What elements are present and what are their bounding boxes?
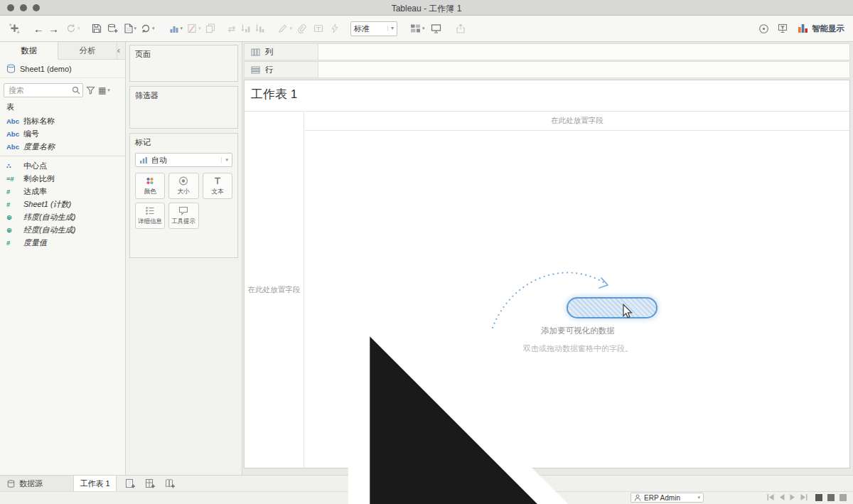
tab-analytics[interactable]: 分析 bbox=[58, 42, 117, 60]
show-sheet-sorter-toggle[interactable] bbox=[839, 494, 847, 501]
field-label: 经度(自动生成) bbox=[23, 225, 75, 235]
alerts-button[interactable] bbox=[757, 21, 771, 36]
tableau-logo-icon bbox=[9, 23, 21, 35]
field-label: 中心点 bbox=[23, 161, 47, 171]
worksheet-tab-label: 工作表 1 bbox=[80, 478, 109, 489]
duplicate-sheet-button[interactable] bbox=[204, 21, 217, 36]
field-row[interactable]: #度量值 bbox=[0, 236, 125, 249]
field-type-icon: # bbox=[6, 239, 23, 247]
search-input[interactable] bbox=[4, 84, 82, 97]
sort-ascending-button[interactable] bbox=[240, 21, 252, 36]
show-me-icon bbox=[798, 23, 808, 33]
save-button[interactable] bbox=[90, 21, 103, 36]
new-worksheet-button[interactable]: ▾ bbox=[122, 21, 139, 36]
database-icon bbox=[7, 480, 15, 488]
new-worksheet-tab-button[interactable] bbox=[122, 476, 139, 491]
field-row[interactable]: ⊕经度(自动生成) bbox=[0, 223, 125, 236]
caret-icon: ▾ bbox=[387, 26, 394, 31]
filters-shelf[interactable]: 筛选器 bbox=[129, 86, 238, 129]
view-options-button[interactable]: ▦ ▾ bbox=[98, 85, 110, 95]
columns-label-text: 列 bbox=[265, 47, 274, 58]
swap-icon: ⇄ bbox=[228, 23, 236, 34]
fields-list: Abc指标名称 Abc编号 Abc度量名称 ∴中心点 =#剩余比例 #达成率 #… bbox=[0, 114, 125, 249]
tab-datasource[interactable]: 数据源 bbox=[0, 476, 74, 491]
field-row[interactable]: Abc编号 bbox=[0, 127, 125, 140]
field-row[interactable]: =#剩余比例 bbox=[0, 172, 125, 185]
color-button[interactable]: 颜色 bbox=[135, 173, 165, 199]
presentation-icon bbox=[431, 23, 441, 33]
drop-zone-columns[interactable]: 在此处放置字段 bbox=[305, 111, 849, 131]
swap-axes-button[interactable]: ⇄ bbox=[227, 21, 237, 36]
share-icon bbox=[456, 23, 466, 33]
revert-button[interactable]: ▾ bbox=[65, 21, 82, 36]
sort-descending-button[interactable] bbox=[254, 21, 267, 36]
rows-shelf[interactable]: 行 bbox=[244, 61, 850, 78]
fit-select-value: 标准 bbox=[354, 23, 370, 34]
datasource-item[interactable]: Sheet1 (demo) bbox=[0, 60, 125, 78]
tab-data[interactable]: 数据 bbox=[0, 42, 58, 60]
field-row[interactable]: ∴中心点 bbox=[0, 159, 125, 172]
tooltip-icon bbox=[178, 206, 188, 215]
add-datasource-button[interactable] bbox=[106, 21, 119, 36]
field-row[interactable]: #Sheet1 (计数) bbox=[0, 198, 125, 210]
field-label: 指标名称 bbox=[23, 116, 55, 127]
highlight-button[interactable]: ▾ bbox=[277, 21, 294, 36]
fix-axes-button[interactable] bbox=[329, 21, 340, 36]
tableau-logo-button[interactable] bbox=[7, 21, 22, 37]
show-me-button[interactable]: 智能显示 bbox=[798, 23, 844, 34]
field-type-icon: ⊕ bbox=[6, 213, 23, 221]
undo-button[interactable]: ← bbox=[32, 21, 45, 36]
field-row[interactable]: #达成率 bbox=[0, 185, 125, 198]
tooltip-button[interactable]: 工具提示 bbox=[168, 203, 198, 229]
clear-sheet-button[interactable]: ▾ bbox=[186, 21, 203, 36]
redo-button[interactable]: → bbox=[47, 21, 60, 36]
filter-fields-icon[interactable] bbox=[86, 86, 95, 95]
sheet-title[interactable]: 工作表 1 bbox=[251, 86, 297, 102]
new-dashboard-button[interactable] bbox=[141, 476, 159, 491]
data-guide-button[interactable] bbox=[776, 21, 789, 36]
pages-shelf[interactable]: 页面 bbox=[129, 45, 238, 82]
field-row[interactable]: ⊕纬度(自动生成) bbox=[0, 210, 125, 223]
text-button[interactable]: 文本 bbox=[203, 173, 232, 199]
chart-button[interactable]: ▾ bbox=[168, 21, 185, 36]
last-sheet-icon[interactable] bbox=[800, 494, 808, 500]
group-members-button[interactable] bbox=[295, 21, 308, 36]
tab-worksheet-active[interactable]: 工作表 1 bbox=[74, 476, 117, 491]
redo-arrow-icon: → bbox=[48, 23, 59, 34]
caret-icon: ▾ bbox=[289, 26, 292, 31]
field-row[interactable]: Abc度量名称 bbox=[0, 140, 125, 153]
show-filmstrip-toggle[interactable] bbox=[827, 494, 835, 501]
mark-type-value: 自动 bbox=[151, 155, 167, 166]
refresh-icon bbox=[141, 23, 151, 33]
columns-shelf[interactable]: 列 bbox=[244, 43, 850, 60]
field-row[interactable]: Abc指标名称 bbox=[0, 114, 125, 127]
marks-buttons: 颜色 大小 文本 详细信息 工具提示 bbox=[135, 173, 232, 229]
mouse-cursor bbox=[175, 284, 781, 504]
mark-type-select[interactable]: 自动 ▾ bbox=[135, 153, 232, 167]
size-button[interactable]: 大小 bbox=[168, 173, 198, 199]
field-label: 剩余比例 bbox=[23, 173, 55, 184]
refresh-button[interactable]: ▾ bbox=[139, 21, 156, 36]
mark-labels-button[interactable] bbox=[312, 21, 325, 36]
detail-button[interactable]: 详细信息 bbox=[135, 203, 165, 229]
field-type-icon: Abc bbox=[6, 143, 23, 151]
new-worksheet-icon bbox=[124, 23, 133, 33]
presentation-mode-button[interactable] bbox=[429, 21, 443, 36]
fit-select[interactable]: 标准 ▾ bbox=[350, 21, 397, 36]
show-tabs-toggle[interactable] bbox=[815, 494, 822, 501]
next-sheet-icon[interactable] bbox=[790, 494, 795, 500]
undo-arrow-icon: ← bbox=[33, 23, 44, 34]
field-label: 度量值 bbox=[23, 237, 47, 248]
text-icon bbox=[213, 176, 222, 186]
show-hide-cards-button[interactable]: ▾ bbox=[409, 21, 426, 36]
lightning-icon bbox=[331, 23, 339, 33]
columns-shelf-label: 列 bbox=[245, 44, 318, 60]
datasource-name: Sheet1 (demo) bbox=[20, 65, 72, 73]
field-type-icon: # bbox=[6, 200, 23, 208]
collapse-pane-button[interactable]: ‹ bbox=[117, 42, 125, 60]
tooltip-label: 工具提示 bbox=[171, 217, 195, 225]
share-button[interactable] bbox=[454, 21, 467, 36]
caret-icon: ▾ bbox=[134, 26, 137, 31]
rows-label-text: 行 bbox=[265, 65, 274, 75]
caret-icon: ▾ bbox=[77, 26, 80, 31]
